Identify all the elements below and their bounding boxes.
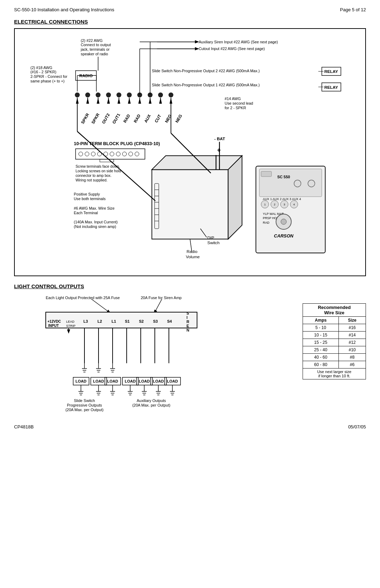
svg-text:20A Fuse for Siren Amp: 20A Fuse for Siren Amp (141, 296, 182, 300)
svg-rect-108 (261, 171, 272, 177)
svg-text:L2: L2 (97, 319, 102, 323)
svg-text:+12VDC: +12VDC (48, 320, 61, 323)
svg-text:N: N (186, 328, 189, 332)
table-cell: 25 - 40 (303, 346, 339, 354)
svg-text:E: E (186, 324, 189, 328)
svg-marker-91 (228, 156, 242, 239)
svg-text:Each Light Output Protected wi: Each Light Output Protected with 25A Fus… (46, 296, 120, 300)
svg-point-26 (75, 93, 80, 98)
svg-text:L1: L1 (112, 319, 116, 323)
svg-text:+: + (217, 147, 221, 154)
svg-marker-90 (152, 156, 242, 169)
svg-text:(Not including siren amp): (Not including siren amp) (74, 224, 116, 229)
svg-text:S1: S1 (125, 319, 129, 323)
svg-text:Wiring not supplied.: Wiring not supplied. (76, 178, 108, 182)
svg-text:S: S (186, 311, 189, 315)
table-cell: #12 (338, 339, 366, 346)
light-control-title: LIGHT CONTROL OUTPUTS (14, 283, 366, 289)
svg-text:LOAD: LOAD (153, 379, 164, 383)
svg-text:RADIO: RADIO (79, 73, 93, 78)
svg-text:LOAD: LOAD (93, 379, 104, 383)
svg-text:Locking screws on side hold: Locking screws on side hold (76, 169, 121, 173)
wire-table-footnote: Use next larger sizeif longer than 10 ft… (303, 369, 366, 379)
wire-size-table: RecommendedWire Size Amps Size 5 - 10#16… (303, 303, 366, 379)
svg-text:same phase (+ to +): same phase (+ to +) (31, 79, 65, 83)
svg-text:LEAD: LEAD (66, 320, 75, 323)
svg-text:jack, terminals or: jack, terminals or (81, 47, 110, 51)
table-cell: #16 (338, 324, 366, 332)
footer-left: CP4818B (14, 424, 34, 429)
svg-point-27 (85, 93, 90, 98)
wire-table-container: RecommendedWire Size Amps Size 5 - 10#16… (303, 293, 366, 379)
svg-text:Use second lead: Use second lead (225, 101, 253, 105)
svg-text:(140A Max. Input Current): (140A Max. Input Current) (74, 220, 118, 224)
svg-point-31 (127, 93, 132, 98)
svg-text:- BAT: - BAT (214, 136, 225, 141)
light-diagram-svg: Each Light Output Protected with 25A Fus… (14, 293, 267, 416)
svg-text:Auxiliary Siren Input #22 AWG : Auxiliary Siren Input #22 AWG (See next … (199, 40, 278, 44)
svg-text:LOAD: LOAD (75, 379, 86, 383)
svg-point-124 (281, 219, 286, 224)
svg-text:(20A Max. per Output): (20A Max. per Output) (65, 408, 103, 412)
page-footer: CP4818B 05/07/05 (14, 424, 366, 429)
svg-point-29 (106, 93, 111, 98)
table-cell: 60 - 80 (303, 361, 339, 369)
svg-text:4: 4 (293, 203, 295, 206)
section-title-electrical: ELECTRICAL CONNECTIONS (14, 19, 366, 25)
svg-rect-89 (152, 169, 228, 239)
svg-text:I: I (186, 315, 188, 320)
svg-text:S2: S2 (139, 319, 144, 323)
svg-text:#14 AWG: #14 AWG (225, 97, 241, 101)
svg-text:10-PIN TERM BLOCK PLUG (CP4833: 10-PIN TERM BLOCK PLUG (CP4833-10) (74, 141, 160, 146)
table-cell: #6 (338, 361, 366, 369)
svg-text:Connect to output: Connect to output (81, 43, 111, 47)
svg-text:Positive Supply: Positive Supply (74, 192, 100, 196)
svg-text:R: R (186, 320, 189, 324)
table-cell: #14 (338, 332, 366, 339)
svg-text:Cutout Input  #22 AWG  (See ne: Cutout Input #22 AWG (See next page) (199, 47, 265, 51)
svg-text:CARSON: CARSON (274, 233, 293, 239)
table-cell: #10 (338, 346, 366, 354)
col-amps: Amps (303, 317, 339, 324)
svg-point-109 (294, 180, 301, 187)
footer-right: 05/07/05 (348, 424, 366, 429)
svg-text:Volume: Volume (186, 254, 200, 259)
svg-point-28 (96, 93, 101, 98)
svg-text:(#16 - 2 SPKR): (#16 - 2 SPKR) (31, 70, 56, 74)
svg-text:RAD: RAD (263, 221, 270, 224)
light-diagram: Each Light Output Protected with 25A Fus… (14, 293, 296, 417)
svg-text:RELAY: RELAY (324, 69, 338, 74)
svg-text:3: 3 (284, 203, 285, 206)
page-container: SC-550-10 Installation and Operating Ins… (0, 0, 380, 588)
svg-text:speaker of radio: speaker of radio (81, 52, 108, 56)
svg-text:connector to amp box.: connector to amp box. (76, 174, 112, 178)
svg-text:LOAD: LOAD (167, 379, 178, 383)
wiring-diagram-svg: (2) #22 AWG Connect to output jack, term… (20, 34, 360, 270)
svg-text:Slide Switch: Slide Switch (74, 398, 95, 403)
svg-point-35 (169, 93, 173, 98)
svg-text:Each Terminal: Each Terminal (74, 211, 98, 215)
svg-text:Auxiliary Outputs: Auxiliary Outputs (137, 398, 166, 403)
svg-text:Progressive Outputs: Progressive Outputs (67, 403, 102, 407)
svg-text:LOAD: LOAD (139, 379, 150, 383)
svg-text:2: 2 (274, 203, 275, 206)
svg-point-34 (158, 93, 163, 98)
svg-text:AUX 1  AUX 2  AUX 3  AUX 4: AUX 1 AUX 2 AUX 3 AUX 4 (263, 197, 301, 201)
svg-text:2-SPKR - Connect for: 2-SPKR - Connect for (31, 74, 68, 79)
svg-text:LOAD: LOAD (125, 379, 135, 383)
col-size: Size (338, 317, 366, 324)
svg-point-30 (116, 93, 121, 98)
electrical-diagram-box: (2) #22 AWG Connect to output jack, term… (14, 28, 366, 276)
light-control-section: LIGHT CONTROL OUTPUTS Each Light Output … (14, 283, 366, 417)
svg-text:DIP: DIP (207, 235, 214, 240)
table-cell: 15 - 25 (303, 339, 339, 346)
table-cell: 5 - 10 (303, 324, 339, 332)
table-cell: 10 - 15 (303, 332, 339, 339)
header-left: SC-550-10 Installation and Operating Ins… (14, 7, 114, 12)
header-right: Page 5 of 12 (340, 7, 366, 12)
svg-text:SC 550: SC 550 (277, 175, 290, 179)
svg-text:Switch: Switch (207, 240, 220, 245)
svg-point-110 (308, 180, 315, 187)
svg-text:S4: S4 (167, 319, 172, 323)
svg-text:RELAY: RELAY (324, 85, 338, 90)
